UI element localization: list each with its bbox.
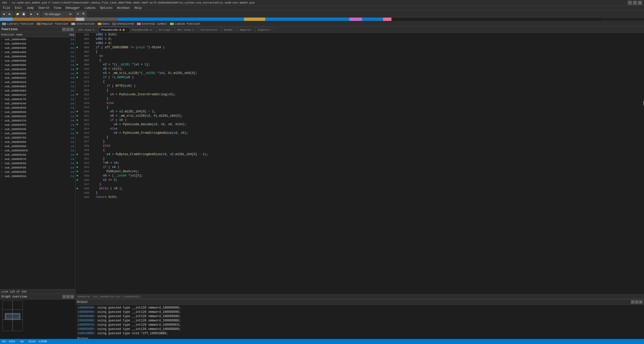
code-line[interactable]: ● 632 *v0 = v4; (75, 161, 644, 165)
close-button[interactable]: ✕ (638, 1, 642, 5)
function-item[interactable]: / sub_180005760 .te (0, 136, 75, 140)
functions-min-btn[interactable]: ─ (66, 28, 70, 31)
code-line[interactable]: ● 635 v0 = (__int64 *)v1[5]; (75, 174, 644, 178)
function-item[interactable]: / sub_180004C70 .te (0, 97, 75, 101)
function-item[interactable]: / sub_180005950 .te (0, 144, 75, 148)
function-item[interactable]: / sub_1800054F0 .te (0, 123, 75, 127)
code-line[interactable]: ● 611 v3 = _mm_srli_si128(*(__m128i *)v1… (75, 71, 644, 75)
graph-content[interactable] (0, 299, 75, 339)
menu-item-view[interactable]: View (52, 6, 63, 10)
code-line[interactable]: 618 else (75, 101, 644, 105)
tab-structures[interactable]: Structures✕ (198, 27, 222, 32)
code-line[interactable]: 606 { (75, 50, 644, 54)
code-line[interactable]: 629 { (75, 148, 644, 152)
code-line[interactable]: 602 v301 = 0i64; (75, 33, 644, 37)
function-item[interactable]: / sub_1800052A0 .te (0, 114, 75, 118)
function-item[interactable]: / sub_180004C10 .te (0, 93, 75, 97)
code-line[interactable]: 615 { (75, 88, 644, 93)
function-item[interactable]: / sub_180004420 .te (0, 41, 75, 46)
code-line[interactable]: ● 630 v4 = PyBytes_FromStringAndSize(v3,… (75, 152, 644, 157)
code-line[interactable]: 637 } (75, 182, 644, 187)
menu-item-edit[interactable]: Edit (13, 6, 24, 10)
code-line[interactable]: ● 609 v2 = *((__m128i *)v1 + 1); (75, 63, 644, 67)
tab-hex-view-1[interactable]: Hex View-1✕ (175, 27, 198, 32)
code-line[interactable]: 624 else (75, 127, 644, 131)
toolbar-back[interactable]: ◀ (1, 11, 7, 17)
code-line[interactable]: 603 v302 = 0; (75, 37, 644, 41)
code-line[interactable]: ● 621 v6 = _mm_srli_si128(v2, 8).m128i_u… (75, 114, 644, 118)
menu-item-debugger[interactable]: Debugger (63, 6, 82, 10)
function-item[interactable]: / sub_180006510 .te (0, 174, 75, 178)
output-float-btn[interactable]: □ (631, 300, 634, 304)
function-item[interactable]: / sub_180004AE0 .te (0, 89, 75, 93)
function-item[interactable]: / sub_180004660 .te (0, 71, 75, 76)
code-line[interactable]: ● 636 v1 += 5; (75, 178, 644, 182)
menu-item-file[interactable]: File (1, 6, 12, 10)
function-item[interactable]: / sub_1800044D0 .te (0, 50, 75, 54)
function-item[interactable]: / sub_180004400 .te (0, 37, 75, 41)
tab-strings[interactable]: Strings✕ (156, 27, 175, 32)
functions-float-btn[interactable]: □ (62, 28, 66, 31)
function-item[interactable]: / sub_180004810 .te (0, 80, 75, 84)
tab-close-icon[interactable]: ✕ (233, 28, 235, 31)
output-close-btn[interactable]: ✕ (639, 300, 642, 304)
function-item[interactable]: / sub_180004CA0 .te (0, 101, 75, 106)
code-line[interactable]: ● 638 while ( v0 ); (75, 187, 644, 191)
toolbar-stop[interactable]: ■ (35, 11, 40, 17)
graph-float-btn[interactable]: □ (62, 295, 66, 298)
function-item[interactable]: / sub_180004E40 .te (0, 106, 75, 110)
function-item[interactable]: / sub_1800048E0 .te (0, 84, 75, 89)
code-line[interactable]: 617 } (75, 97, 644, 101)
tab-close-icon[interactable]: ✕ (95, 28, 97, 31)
code-line[interactable]: 628 else (75, 144, 644, 148)
tab-pseudocode-a[interactable]: Pseudocode-A✕ (130, 27, 156, 32)
toolbar-misc2[interactable]: 🔍 (81, 11, 87, 17)
tab-close-icon[interactable]: ✕ (153, 28, 154, 31)
tab-close-icon[interactable]: ✕ (126, 28, 127, 31)
code-line[interactable]: ● 634 PyObject_Hash(v4); (75, 169, 644, 174)
tab-imports[interactable]: Imports✕ (237, 27, 256, 32)
code-line[interactable]: ● 625 v4 = PyUnicode_FromStringAndSize(v… (75, 131, 644, 135)
menu-item-lumina[interactable]: Lumina (83, 6, 97, 10)
tab-enums[interactable]: Enums✕ (222, 27, 237, 32)
tab-close-icon[interactable]: ✕ (271, 28, 272, 31)
code-line[interactable]: ● 612 if ( !(_WORD)v8 ) (75, 75, 644, 80)
menu-item-help[interactable]: Help (132, 6, 144, 10)
function-item[interactable]: / sub_1800045D0 .te (0, 63, 75, 67)
tab-exports[interactable]: Exports✕ (256, 27, 274, 32)
tab-close-icon[interactable]: ✕ (252, 28, 253, 31)
function-item[interactable]: / sub_180004560 .te (0, 59, 75, 63)
functions-close-btn[interactable]: ✕ (70, 28, 74, 31)
function-item[interactable]: / sub_180005D70 .te (0, 157, 75, 161)
code-line[interactable]: 614 if ( BYTE2(v8) ) (75, 84, 644, 88)
toolbar-open[interactable]: 📁 (15, 11, 20, 17)
code-line[interactable]: ● 633 if ( v4 ) (75, 165, 644, 169)
code-line[interactable]: ● 616 v4 = PyUnicode_InternFromString(v3… (75, 93, 644, 97)
function-item[interactable]: / sub_180005FD0 .te (0, 165, 75, 170)
menu-item-options[interactable]: Options (98, 6, 114, 10)
code-line[interactable]: 626 } (75, 135, 644, 140)
toolbar-save[interactable]: 💾 (21, 11, 26, 17)
code-line[interactable]: ● 605 if ( off_180010BB8 != (void *)-56i… (75, 46, 644, 50)
code-line[interactable]: ● 623 v4 = PyUnicode_Decode(v3, v5, v6, … (75, 122, 644, 127)
code-line[interactable]: ● 620 v5 = v2.m128i_i64[0] - 1; (75, 110, 644, 114)
menu-item-jump[interactable]: Jump (25, 6, 36, 10)
menu-item-windows[interactable]: Windows (115, 6, 132, 10)
debugger-dropdown[interactable]: No debugger (43, 12, 73, 17)
code-line[interactable]: 607 do (75, 54, 644, 58)
code-line[interactable]: 604 v303 = 0; (75, 41, 644, 46)
tab-close-icon[interactable]: ✕ (195, 28, 196, 31)
code-line[interactable]: 619 { (75, 105, 644, 110)
tab-ida-view-a[interactable]: IDA View-A✕ (75, 27, 99, 32)
toolbar-play[interactable]: ▶ (29, 11, 34, 17)
tab-close-icon[interactable]: ✕ (218, 28, 220, 31)
function-item[interactable]: / sub_180005370 .te (0, 118, 75, 123)
code-line[interactable]: ● 610 v8 = v1[4]; (75, 67, 644, 71)
code-line[interactable]: 613 { (75, 80, 644, 84)
function-item[interactable]: / sub_180004490 .te (0, 46, 75, 50)
function-item[interactable]: / sub_180006200 .te (0, 170, 75, 174)
function-item[interactable]: / sub_180005850 .te (0, 140, 75, 144)
graph-min-btn[interactable]: ─ (66, 295, 70, 298)
code-line[interactable]: 639 } (75, 191, 644, 195)
code-line[interactable]: 608 { (75, 58, 644, 63)
